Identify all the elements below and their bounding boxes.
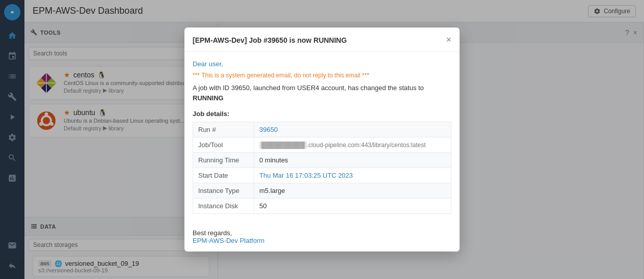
table-row-instance-disk: Instance Disk 50	[193, 199, 451, 214]
instance-disk-value: 50	[254, 199, 451, 214]
job-tool-blurred: ██████████	[259, 142, 307, 149]
job-details-table: Run # 39650 Job/Tool ██████████.cloud-pi…	[193, 122, 451, 214]
table-row-running-time: Running Time 0 minutes	[193, 153, 451, 168]
table-row-run: Run # 39650	[193, 122, 451, 137]
job-value: ██████████.cloud-pipeline.com:443/librar…	[254, 137, 451, 153]
start-date-label: Start Date	[193, 168, 254, 183]
modal-info-text: A job with ID 39650, launched from USER4…	[193, 83, 451, 103]
run-value: 39650	[254, 122, 451, 137]
footer-platform: EPM-AWS-Dev Platform	[193, 237, 451, 244]
instance-disk-label: Instance Disk	[193, 199, 254, 214]
modal-section-title: Job details:	[193, 110, 451, 118]
run-label: Run #	[193, 122, 254, 137]
start-date-value: Thu Mar 16 17:03:25 UTC 2023	[254, 168, 451, 183]
modal-close-button[interactable]: ×	[446, 35, 451, 45]
footer-regards: Best regards,	[193, 229, 451, 237]
modal-footer: Best regards, EPM-AWS-Dev Platform	[184, 222, 460, 252]
table-row-instance-type: Instance Type m5.large	[193, 183, 451, 199]
running-time-label: Running Time	[193, 153, 254, 168]
modal-info-prefix: A job with ID 39650, launched from USER4…	[193, 84, 424, 92]
table-row-job: Job/Tool ██████████.cloud-pipeline.com:4…	[193, 137, 451, 153]
modal-overlay[interactable]: [EPM-AWS-Dev] Job #39650 is now RUNNING …	[0, 0, 644, 279]
modal-dialog: [EPM-AWS-Dev] Job #39650 is now RUNNING …	[184, 27, 460, 252]
modal-system-message: *** This is a system generated email, do…	[193, 72, 451, 79]
modal-header: [EPM-AWS-Dev] Job #39650 is now RUNNING …	[184, 27, 460, 52]
modal-greeting: Dear user,	[193, 60, 451, 68]
table-row-start-date: Start Date Thu Mar 16 17:03:25 UTC 2023	[193, 168, 451, 183]
modal-title: [EPM-AWS-Dev] Job #39650 is now RUNNING	[193, 36, 347, 44]
modal-info-status: RUNNING	[193, 94, 224, 102]
modal-body: Dear user, *** This is a system generate…	[184, 52, 460, 222]
instance-type-label: Instance Type	[193, 183, 254, 199]
run-link[interactable]: 39650	[259, 126, 278, 133]
job-label: Job/Tool	[193, 137, 254, 153]
running-time-value: 0 minutes	[254, 153, 451, 168]
instance-type-value: m5.large	[254, 183, 451, 199]
start-date-text: Thu Mar 16 17:03:25 UTC 2023	[259, 172, 353, 179]
job-tool-suffix: .cloud-pipeline.com:443/library/centos:l…	[307, 142, 425, 149]
